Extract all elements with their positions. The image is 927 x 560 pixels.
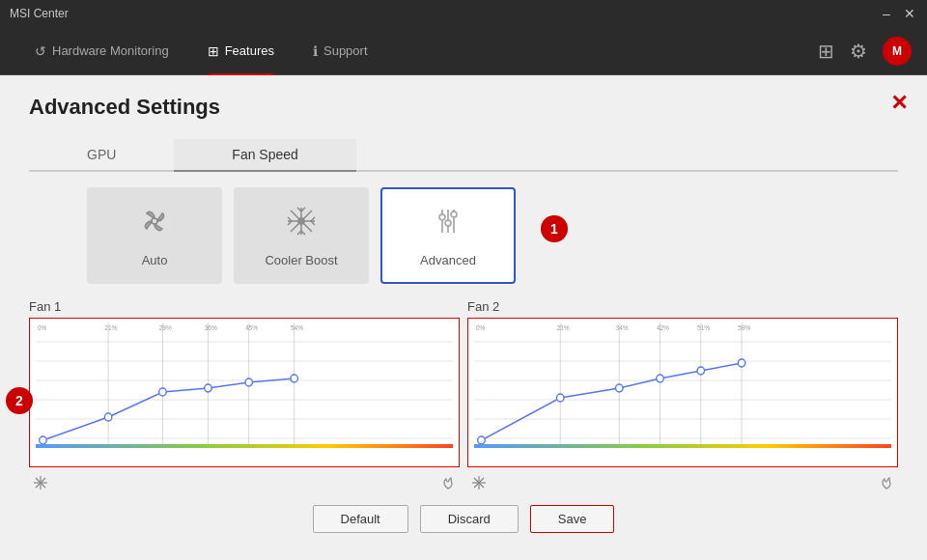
- tab-hardware-monitoring-label: Hardware Monitoring: [52, 43, 169, 58]
- svg-text:23%: 23%: [556, 324, 569, 331]
- discard-button[interactable]: Discard: [420, 505, 519, 533]
- fan1-chart: 0% 21% 29% 36% 45% 54%: [36, 322, 453, 448]
- svg-point-17: [439, 214, 445, 220]
- svg-point-40: [205, 384, 212, 392]
- svg-text:0%: 0%: [38, 324, 46, 331]
- default-button[interactable]: Default: [313, 505, 408, 533]
- badge-1: 1: [541, 215, 568, 242]
- svg-text:59%: 59%: [738, 324, 750, 331]
- svg-point-0: [152, 218, 157, 224]
- svg-point-62: [556, 394, 564, 402]
- sliders-icon: [431, 204, 465, 245]
- grid-icon[interactable]: ⊞: [818, 40, 834, 63]
- close-settings-button[interactable]: ✕: [890, 91, 908, 116]
- hardware-monitoring-icon: ↺: [35, 43, 46, 59]
- svg-text:34%: 34%: [616, 324, 629, 331]
- svg-point-64: [657, 375, 664, 382]
- tab-features-label: Features: [225, 43, 274, 58]
- fan1-label: Fan 1: [29, 299, 460, 314]
- fan1-bottom: [29, 475, 460, 495]
- svg-point-42: [291, 375, 298, 382]
- close-window-button[interactable]: ✕: [902, 6, 917, 21]
- tab-gpu[interactable]: GPU: [29, 139, 174, 172]
- fan1-hot-icon: [440, 475, 456, 495]
- card-cooler-boost[interactable]: Cooler Boost: [234, 187, 369, 284]
- svg-text:0%: 0%: [476, 324, 485, 331]
- buttons-row: Default Discard Save: [29, 505, 898, 533]
- svg-text:45%: 45%: [245, 324, 258, 331]
- page-title: Advanced Settings: [29, 95, 898, 120]
- features-icon: ⊞: [208, 43, 219, 59]
- mode-tabs: GPU Fan Speed: [29, 139, 898, 172]
- fan2-bottom: [467, 475, 898, 495]
- app-title: MSI Center: [10, 7, 69, 20]
- fans-labels-row: Fan 1 Fan 2: [29, 299, 898, 318]
- navbar: ↺ Hardware Monitoring ⊞ Features ℹ Suppo…: [0, 27, 927, 75]
- svg-point-66: [738, 359, 745, 367]
- fan1-container: 0% 21% 29% 36% 45% 54%: [29, 318, 460, 467]
- option-cards: Auto Cooler Boost: [29, 187, 898, 284]
- fan2-hot-icon: [879, 475, 894, 495]
- svg-rect-43: [36, 444, 453, 448]
- settings-gear-icon[interactable]: ⚙: [850, 40, 867, 63]
- fan2-label: Fan 2: [467, 299, 898, 314]
- svg-rect-67: [474, 444, 891, 448]
- badge-2: 2: [6, 387, 33, 414]
- minimize-button[interactable]: –: [879, 6, 894, 21]
- tab-fan-speed[interactable]: Fan Speed: [174, 139, 356, 172]
- tab-support-label: Support: [323, 43, 368, 58]
- card-advanced-label: Advanced: [420, 253, 476, 267]
- tab-hardware-monitoring[interactable]: ↺ Hardware Monitoring: [15, 27, 188, 75]
- card-auto[interactable]: Auto: [87, 187, 222, 284]
- svg-text:42%: 42%: [657, 324, 669, 331]
- svg-point-41: [245, 378, 253, 386]
- support-icon: ℹ: [313, 43, 318, 59]
- fan2-cold-icon: [471, 475, 487, 495]
- svg-point-61: [478, 436, 486, 444]
- svg-point-65: [697, 367, 705, 375]
- tab-support[interactable]: ℹ Support: [294, 27, 387, 75]
- avatar[interactable]: M: [883, 37, 912, 66]
- card-advanced[interactable]: Advanced: [380, 187, 516, 284]
- tab-features[interactable]: ⊞ Features: [188, 27, 294, 75]
- svg-text:36%: 36%: [205, 324, 217, 331]
- titlebar: MSI Center – ✕: [0, 0, 927, 27]
- svg-point-38: [104, 413, 112, 421]
- svg-point-37: [40, 436, 47, 444]
- svg-text:54%: 54%: [291, 324, 303, 331]
- fan2-container: 0% 23% 34% 42% 51% 59%: [467, 318, 898, 467]
- main-content: Advanced Settings ✕ GPU Fan Speed Auto: [0, 75, 927, 560]
- svg-point-63: [616, 384, 624, 392]
- svg-text:29%: 29%: [159, 324, 172, 331]
- fan2-chart: 0% 23% 34% 42% 51% 59%: [474, 322, 891, 448]
- save-button[interactable]: Save: [530, 505, 615, 533]
- svg-text:51%: 51%: [697, 324, 710, 331]
- fan1-cold-icon: [33, 475, 48, 495]
- svg-point-39: [159, 388, 167, 396]
- fan-bottom-icons: [29, 475, 898, 495]
- svg-point-19: [451, 211, 457, 217]
- svg-text:21%: 21%: [104, 324, 117, 331]
- snowflake-icon: [284, 204, 319, 245]
- card-auto-label: Auto: [142, 253, 168, 267]
- card-cooler-boost-label: Cooler Boost: [265, 253, 337, 267]
- fans-row: 0% 21% 29% 36% 45% 54%: [29, 318, 898, 467]
- svg-point-18: [445, 220, 451, 226]
- fan-icon: [137, 204, 172, 245]
